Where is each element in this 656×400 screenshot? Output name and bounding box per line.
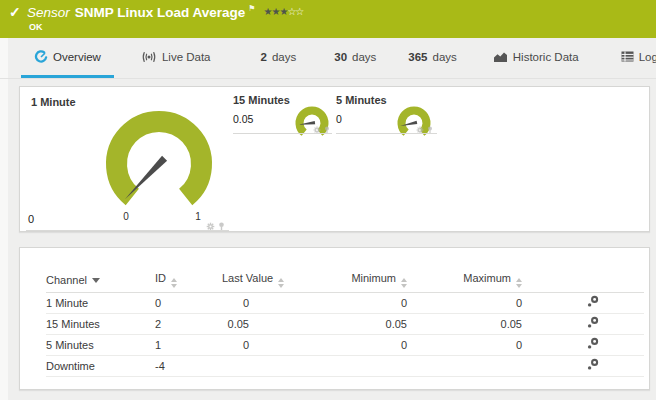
gauge-icon xyxy=(34,50,48,64)
tab-2-days[interactable]: 2 days xyxy=(248,38,310,78)
object-kind-label: Sensor xyxy=(27,5,70,20)
sensor-title-line: SensorSNMP Linux Load Average⚑★★★☆☆ xyxy=(27,4,303,20)
table-header-row: Channel ID Last Value Minimum Maximum xyxy=(46,268,644,292)
channel-settings-icon[interactable] xyxy=(586,358,599,373)
table-row: Downtime -4 xyxy=(46,355,644,376)
tab-overview[interactable]: Overview xyxy=(21,38,114,78)
left-gutter xyxy=(0,38,8,400)
cell-minimum: 0 xyxy=(249,292,407,313)
gauge-divider xyxy=(336,133,437,134)
sensor-tabs: Overview Live Data 2 days 30 days 365 da… xyxy=(0,38,656,79)
sort-icon xyxy=(171,278,177,288)
priority-flag-icon[interactable]: ⚑ xyxy=(248,4,255,13)
tab-log[interactable]: Log xyxy=(608,38,656,78)
cell-channel: 5 Minutes xyxy=(46,334,155,355)
gauge-value-15-minutes: 0.05 xyxy=(233,113,253,125)
sort-icon xyxy=(516,278,522,288)
cell-maximum: 0 xyxy=(407,292,522,313)
cell-maximum: 0 xyxy=(407,334,522,355)
tab-365-days[interactable]: 365 days xyxy=(395,38,469,78)
cell-last-value: 0 xyxy=(222,292,249,313)
cell-channel: Downtime xyxy=(46,355,155,376)
table-row: 5 Minutes 1 0 0 0 xyxy=(46,334,644,355)
col-header-maximum[interactable]: Maximum xyxy=(407,268,522,292)
gauge-5-minutes xyxy=(394,104,434,141)
bar-chart-icon xyxy=(493,51,508,63)
cell-channel: 1 Minute xyxy=(46,292,155,313)
cell-id: 0 xyxy=(155,292,222,313)
gauge-value-1-minute: 0 xyxy=(28,213,34,225)
sensor-status-bar: ✓ SensorSNMP Linux Load Average⚑★★★☆☆ OK xyxy=(0,0,656,38)
col-header-channel[interactable]: Channel xyxy=(46,268,155,292)
tab-label: Overview xyxy=(53,51,101,63)
gauge-title-15-minutes: 15 Minutes xyxy=(233,94,290,106)
log-table-icon xyxy=(621,51,634,62)
sort-icon xyxy=(278,278,284,288)
tab-historic-data[interactable]: Historic Data xyxy=(480,38,592,78)
tab-number: 30 xyxy=(334,51,347,63)
status-check-icon: ✓ xyxy=(9,4,21,20)
cell-last-value xyxy=(222,355,249,376)
status-badge: OK xyxy=(29,22,43,32)
channels-panel: Channel ID Last Value Minimum Maximum 1 … xyxy=(19,247,650,390)
gauge-15-minutes xyxy=(292,104,332,141)
gauge-value-5-minutes: 0 xyxy=(336,113,342,125)
gauge-title-5-minutes: 5 Minutes xyxy=(336,94,387,106)
gauge-1-minute: 0 1 xyxy=(84,93,234,229)
tab-label: Live Data xyxy=(162,51,211,63)
table-row: 1 Minute 0 0 0 0 xyxy=(46,292,644,313)
tab-label: days xyxy=(272,51,296,63)
gauges-panel: 1 Minute 0 1 0 15 Minutes 0.05 5 Minutes xyxy=(19,86,650,232)
tab-live-data[interactable]: Live Data xyxy=(128,38,224,78)
stars-empty: ☆☆ xyxy=(287,6,303,17)
cell-minimum: 0 xyxy=(249,334,407,355)
col-label: ID xyxy=(155,272,166,284)
stars-filled: ★★★ xyxy=(264,6,288,17)
col-label: Maximum xyxy=(463,272,511,284)
cell-minimum: 0.05 xyxy=(249,313,407,334)
gauge-divider xyxy=(26,230,229,231)
gauge-title-1-minute: 1 Minute xyxy=(31,96,76,108)
sensor-name: SNMP Linux Load Average xyxy=(75,5,246,20)
col-header-actions xyxy=(522,268,644,292)
live-signal-icon xyxy=(141,51,157,63)
cell-last-value: 0 xyxy=(222,334,249,355)
gauge-scale-min: 0 xyxy=(123,211,129,222)
col-header-last-value[interactable]: Last Value xyxy=(222,268,249,292)
sort-desc-icon xyxy=(92,278,100,283)
cell-maximum: 0.05 xyxy=(407,313,522,334)
channel-settings-icon[interactable] xyxy=(586,316,599,331)
cell-maximum xyxy=(407,355,522,376)
cell-id: 2 xyxy=(155,313,222,334)
tab-number: 365 xyxy=(408,51,427,63)
tab-label: days xyxy=(352,51,376,63)
channel-settings-icon[interactable] xyxy=(586,295,599,310)
cell-last-value: 0.05 xyxy=(222,313,249,334)
tab-30-days[interactable]: 30 days xyxy=(321,38,389,78)
sort-icon xyxy=(401,278,407,288)
gauge-scale-max: 1 xyxy=(195,211,201,222)
priority-stars[interactable]: ★★★☆☆ xyxy=(264,6,304,17)
cell-channel: 15 Minutes xyxy=(46,313,155,334)
tab-label: days xyxy=(433,51,457,63)
gauge-divider xyxy=(233,133,332,134)
tab-number: 2 xyxy=(261,51,267,63)
cell-id: 1 xyxy=(155,334,222,355)
cell-id: -4 xyxy=(155,355,222,376)
table-row: 15 Minutes 2 0.05 0.05 0.05 xyxy=(46,313,644,334)
col-label: Last Value xyxy=(222,272,273,284)
tab-label: Log xyxy=(639,51,656,63)
cell-minimum xyxy=(249,355,407,376)
channels-table: Channel ID Last Value Minimum Maximum 1 … xyxy=(46,268,644,377)
col-label: Minimum xyxy=(351,272,396,284)
col-header-id[interactable]: ID xyxy=(155,268,222,292)
col-label: Channel xyxy=(46,274,87,286)
channel-settings-icon[interactable] xyxy=(586,337,599,352)
tab-label: Historic Data xyxy=(513,51,579,63)
